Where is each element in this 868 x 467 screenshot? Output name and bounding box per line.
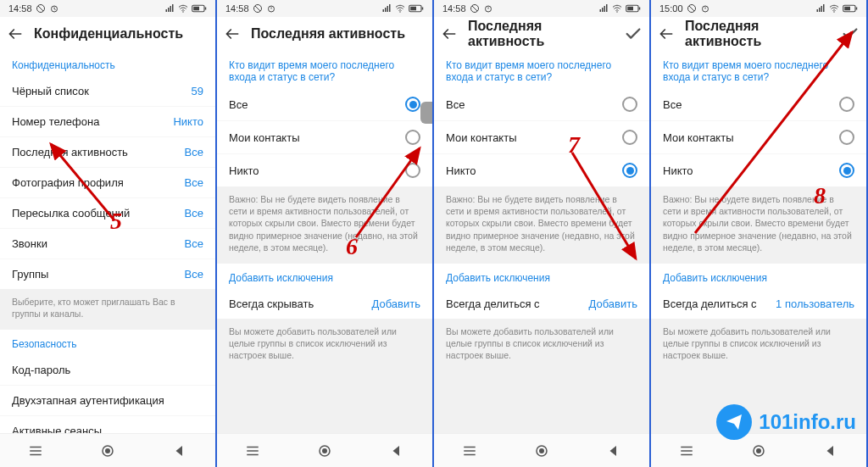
nav-back-icon[interactable] bbox=[606, 443, 621, 459]
nav-back-icon[interactable] bbox=[389, 443, 404, 459]
phone-1: 14:58 Конфиденциальность Конфиденциально… bbox=[0, 0, 217, 467]
radio-icon bbox=[622, 163, 637, 178]
section-exceptions: Добавить исключения bbox=[217, 264, 432, 289]
info-exceptions: Вы можете добавить пользователей или цел… bbox=[217, 319, 432, 372]
svg-point-43 bbox=[616, 11, 618, 13]
radio-label: Мои контакты bbox=[229, 131, 300, 144]
row-label: Фотография профиля bbox=[12, 176, 124, 189]
svg-rect-59 bbox=[823, 4, 825, 12]
wifi-icon bbox=[829, 3, 839, 14]
header: Конфиденциальность bbox=[0, 17, 215, 51]
dnd-icon bbox=[687, 3, 697, 14]
status-bar: 15:00 bbox=[651, 0, 866, 17]
nav-home-icon[interactable] bbox=[100, 443, 115, 459]
info-groups: Выберите, кто может приглашать Вас в гру… bbox=[0, 289, 215, 330]
row-label: Номер телефона bbox=[12, 115, 99, 128]
status-time: 14:58 bbox=[442, 3, 466, 14]
confirm-icon[interactable] bbox=[841, 25, 860, 43]
row-groups[interactable]: ГруппыВсе bbox=[0, 259, 215, 289]
row-photo[interactable]: Фотография профиляВсе bbox=[0, 168, 215, 198]
svg-rect-5 bbox=[166, 9, 168, 12]
nav-back-icon[interactable] bbox=[172, 443, 187, 459]
page-title: Последняя активность bbox=[468, 19, 614, 49]
radio-contacts[interactable]: Мои контакты bbox=[434, 121, 649, 154]
row-passcode[interactable]: Код-пароль bbox=[0, 355, 215, 386]
radio-nobody[interactable]: Никто bbox=[651, 154, 866, 186]
row-label: Всегда делиться с bbox=[663, 297, 757, 310]
dnd-icon bbox=[470, 3, 480, 14]
page-title: Последняя активность bbox=[251, 26, 426, 42]
signal-icon bbox=[164, 3, 175, 14]
row-label: Последняя активность bbox=[12, 146, 128, 158]
section-question: Кто видит время моего последнего входа и… bbox=[217, 51, 432, 88]
row-calls[interactable]: ЗвонкиВсе bbox=[0, 229, 215, 259]
nav-back-icon[interactable] bbox=[823, 443, 838, 459]
radio-label: Все bbox=[229, 98, 248, 111]
row-label: Код-пароль bbox=[12, 364, 70, 376]
section-privacy: Конфиденциальность bbox=[0, 51, 215, 76]
nav-menu-icon[interactable] bbox=[28, 443, 43, 459]
svg-rect-41 bbox=[604, 6, 606, 12]
row-forward[interactable]: Пересылка сообщенийВсе bbox=[0, 198, 215, 229]
radio-nobody[interactable]: Никто bbox=[217, 154, 432, 186]
row-share[interactable]: Всегда делиться с1 пользователь bbox=[651, 289, 866, 319]
svg-rect-11 bbox=[205, 8, 207, 10]
section-security: Безопасность bbox=[0, 330, 215, 355]
radio-icon bbox=[839, 130, 854, 145]
radio-all[interactable]: Все bbox=[651, 88, 866, 121]
status-time: 15:00 bbox=[659, 3, 683, 14]
radio-contacts[interactable]: Мои контакты bbox=[217, 121, 432, 154]
row-phone[interactable]: Номер телефонаНикто bbox=[0, 107, 215, 137]
svg-point-9 bbox=[182, 11, 184, 13]
nav-menu-icon[interactable] bbox=[462, 443, 477, 459]
back-icon[interactable] bbox=[441, 25, 458, 42]
confirm-icon[interactable] bbox=[624, 25, 643, 43]
row-last-seen[interactable]: Последняя активностьВсе bbox=[0, 137, 215, 168]
radio-nobody[interactable]: Никто bbox=[434, 154, 649, 186]
row-label: Пересылка сообщений bbox=[12, 207, 130, 220]
radio-contacts[interactable]: Мои контакты bbox=[651, 121, 866, 154]
nav-home-icon[interactable] bbox=[534, 443, 549, 459]
radio-all[interactable]: Все bbox=[217, 88, 432, 121]
row-hide[interactable]: Всегда скрыватьДобавить bbox=[217, 289, 432, 319]
dnd-icon bbox=[36, 3, 46, 14]
back-icon[interactable] bbox=[658, 25, 675, 42]
row-share[interactable]: Всегда делиться сДобавить bbox=[434, 289, 649, 319]
row-sessions[interactable]: Активные сеансы bbox=[0, 416, 215, 433]
svg-rect-6 bbox=[168, 8, 170, 12]
navbar bbox=[217, 433, 432, 467]
signal-icon bbox=[815, 3, 826, 14]
radio-icon bbox=[839, 163, 854, 178]
svg-rect-56 bbox=[817, 9, 819, 12]
back-icon[interactable] bbox=[224, 25, 241, 42]
alarm-icon bbox=[700, 3, 710, 14]
back-icon[interactable] bbox=[7, 25, 24, 42]
svg-rect-24 bbox=[387, 6, 389, 12]
header: Последняя активность bbox=[217, 17, 432, 51]
note: Важно: Вы не будете видеть появление в с… bbox=[434, 186, 649, 264]
row-blacklist[interactable]: Чёрный список59 bbox=[0, 76, 215, 107]
svg-rect-57 bbox=[819, 8, 821, 12]
radio-all[interactable]: Все bbox=[434, 88, 649, 121]
row-value: Все bbox=[185, 176, 203, 189]
svg-rect-40 bbox=[602, 8, 604, 12]
svg-rect-62 bbox=[856, 8, 858, 10]
svg-rect-29 bbox=[410, 7, 416, 11]
row-value: Все bbox=[185, 207, 203, 220]
svg-line-4 bbox=[54, 9, 56, 10]
section-exceptions: Добавить исключения bbox=[651, 264, 866, 289]
nav-menu-icon[interactable] bbox=[245, 443, 260, 459]
svg-rect-63 bbox=[844, 7, 850, 11]
row-2fa[interactable]: Двухэтапная аутентификация bbox=[0, 386, 215, 416]
nav-menu-icon[interactable] bbox=[679, 443, 694, 459]
alarm-icon bbox=[49, 3, 59, 14]
row-label: Двухэтапная аутентификация bbox=[12, 394, 164, 407]
svg-rect-42 bbox=[606, 4, 608, 12]
content: Кто видит время моего последнего входа и… bbox=[651, 51, 866, 433]
status-bar: 14:58 bbox=[0, 0, 215, 17]
row-value: Все bbox=[185, 237, 203, 250]
scroll-handle[interactable] bbox=[420, 102, 432, 124]
svg-rect-23 bbox=[385, 8, 387, 12]
nav-home-icon[interactable] bbox=[751, 443, 766, 459]
nav-home-icon[interactable] bbox=[317, 443, 332, 459]
